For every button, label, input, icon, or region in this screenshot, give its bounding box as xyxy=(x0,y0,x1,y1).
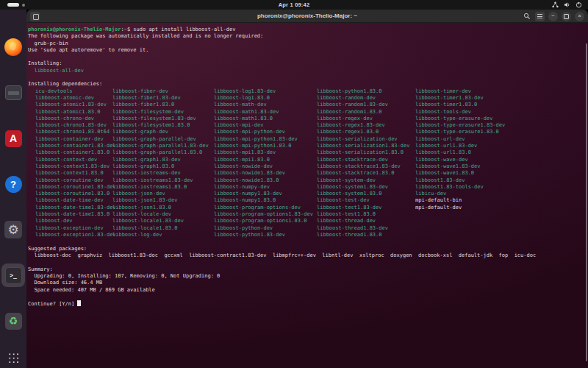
trash-icon: ♻ xyxy=(5,313,22,330)
network-icon xyxy=(552,1,559,8)
package-name: libboost-nowide1.83-dev xyxy=(214,170,313,177)
maximize-button[interactable] xyxy=(562,12,571,21)
package-name: libboost-filesystem-dev xyxy=(112,109,209,116)
package-name: libboost-system-dev xyxy=(317,177,409,184)
search-icon[interactable] xyxy=(522,12,531,21)
package-name: libboost-iostreams-dev xyxy=(112,170,209,177)
summary-download-size: Download size: 46.4 MB xyxy=(28,280,588,286)
workspace-pill-active[interactable] xyxy=(7,3,19,7)
package-name: libboost-locale-dev xyxy=(112,211,209,218)
terminal-output: phoronix@phoronix-Thelio-Major:~$ sudo a… xyxy=(26,23,588,368)
continue-prompt-line: Continue? [Y/n] xyxy=(28,300,588,307)
package-name: libboost-context-dev xyxy=(35,157,116,163)
package-name: libboost-wave1.83-dev xyxy=(415,163,505,170)
package-name: libboost-filesystem1.83-dev xyxy=(112,116,209,122)
firefox-icon xyxy=(4,38,22,56)
package-name: libboost-thread1.83-dev xyxy=(317,225,409,232)
package-name: libboost-iostreams1.83-dev xyxy=(112,177,209,184)
package-name: libboost-container1.83.0 xyxy=(35,149,116,156)
package-name: libboost-thread1.83.0 xyxy=(317,232,409,238)
package-name: libboost-wave1.83.0 xyxy=(415,170,505,177)
window-title: phoronix@phoronix-Thelio-Major: ~ xyxy=(257,13,357,19)
package-name: libboost-tools-dev xyxy=(415,109,505,116)
workspace-indicator[interactable] xyxy=(7,3,25,7)
package-name: libboost-wave-dev xyxy=(415,157,505,163)
summary-space-needed: Space needed: 407 MB / 869 GB available xyxy=(28,287,588,294)
help-icon: ? xyxy=(5,176,22,193)
package-name: libboost-numpy-dev xyxy=(214,184,313,191)
package-name: libboost-regex-dev xyxy=(317,116,409,122)
dock-item-settings[interactable]: ⚙ xyxy=(4,220,23,239)
package-name: libboost-system1.83-dev xyxy=(317,184,409,191)
package-name: libboost-url1.83.0 xyxy=(415,149,505,156)
package-name: libboost-nowide-dev xyxy=(214,163,313,170)
package-name: libboost-locale1.83-dev xyxy=(112,218,209,224)
prompt-line: phoronix@phoronix-Thelio-Major:~$ sudo a… xyxy=(28,26,588,33)
autoremove-package: grub-pc-bin xyxy=(28,40,588,47)
installing-package: libboost-all-dev xyxy=(28,68,588,74)
package-name: libboost-atomic1.83.0 xyxy=(35,109,116,116)
package-name: libboost-program-options-dev xyxy=(214,205,313,211)
package-name: mpi-default-dev xyxy=(415,205,505,211)
dock-item-files[interactable] xyxy=(4,83,23,102)
package-name: libboost-fiber1.83.0 xyxy=(112,102,209,108)
package-name: libboost-graph-dev xyxy=(112,129,209,135)
clock[interactable]: Apr 1 09:42 xyxy=(279,1,310,8)
package-name: libboost-context1.83.0 xyxy=(35,170,116,177)
suggested-packages-line: libboost-doc graphviz libboost1.83-doc g… xyxy=(28,252,588,259)
close-button[interactable]: × xyxy=(575,12,584,21)
package-name: libboost-mpi-python1.83.0 xyxy=(214,143,313,149)
minimize-button[interactable]: − xyxy=(548,12,558,21)
prompt-user: phoronix@phoronix-Thelio-Major xyxy=(28,26,121,32)
package-name: libboost-fiber-dev xyxy=(112,88,209,95)
package-name: libboost-log-dev xyxy=(112,232,209,238)
package-name: libboost-python-dev xyxy=(214,225,313,232)
package-name: libboost-chrono1.83-dev xyxy=(35,122,116,129)
system-tray[interactable] xyxy=(552,0,582,10)
terminal-body[interactable]: phoronix@phoronix-Thelio-Major:~$ sudo a… xyxy=(26,23,588,368)
gnome-top-bar: Apr 1 09:42 xyxy=(0,0,588,10)
tabs-icon[interactable] xyxy=(30,12,40,21)
package-name: libboost-url-dev xyxy=(415,136,505,143)
package-name: libboost-json1.83.0 xyxy=(112,205,209,211)
package-name: libboost-atomic1.83-dev xyxy=(35,102,116,108)
package-name: libboost-math1.83-dev xyxy=(214,109,313,116)
dependency-grid: icu-devtoolslibboost-atomic-devlibboost-… xyxy=(28,88,588,239)
package-name: libboost-random1.83-dev xyxy=(317,102,409,108)
package-name: icu-devtools xyxy=(35,88,116,95)
dependency-column: libboost-python1.83.0libboost-random-dev… xyxy=(317,88,409,239)
dock-item-help[interactable]: ? xyxy=(4,174,23,194)
package-name: libboost-container1.83-dev xyxy=(35,143,116,149)
show-applications-button[interactable] xyxy=(7,352,19,364)
package-name: libboost-random1.83.0 xyxy=(317,109,409,116)
suggested-label: Suggested packages: xyxy=(28,246,588,252)
text-cursor xyxy=(77,300,80,306)
workspace-dot[interactable] xyxy=(22,4,25,7)
package-name: libboost-serialization-dev xyxy=(317,136,409,143)
package-name: libboost-date-time1.83.0 xyxy=(35,211,116,218)
package-name: libboost-graph1.83.0 xyxy=(112,163,209,170)
package-name: libboost-mpi-python-dev xyxy=(214,129,313,135)
package-name: libboost-system1.83.0 xyxy=(317,191,409,197)
dock-item-firefox[interactable] xyxy=(4,38,23,57)
dependencies-label: Installing dependencies: xyxy=(28,81,588,88)
dock-item-a-app[interactable]: A xyxy=(4,129,23,148)
terminal-titlebar[interactable]: phoronix@phoronix-Thelio-Major: ~ − × xyxy=(26,10,588,23)
menu-icon[interactable] xyxy=(535,12,545,21)
desktop: Apr 1 09:42 A ? ⚙ >_ ♻ phoronix@phoronix… xyxy=(0,0,588,368)
package-name: libboost-date-time1.83-dev xyxy=(35,205,116,211)
package-name: libboost-serialization1.83.0 xyxy=(317,149,409,156)
package-name: libboost-chrono-dev xyxy=(35,116,116,122)
terminal-scrollbar[interactable] xyxy=(586,43,587,361)
package-name: libboost-thread-dev xyxy=(317,218,409,224)
dock-item-terminal[interactable]: >_ xyxy=(4,266,23,285)
package-name: libboost-atomic-dev xyxy=(35,95,116,102)
package-name: libboost-stacktrace-dev xyxy=(317,157,409,163)
package-name: libboost-random-dev xyxy=(317,95,409,102)
package-name: libboost-container-dev xyxy=(35,136,116,143)
dock-item-trash[interactable]: ♻ xyxy=(4,311,23,330)
package-name: libboost-math-dev xyxy=(214,102,313,108)
package-name: libboost-stacktrace1.83.0 xyxy=(317,170,409,177)
package-name: libboost-program-options1.83.0 xyxy=(214,218,313,224)
package-name: libboost-locale1.83.0 xyxy=(112,225,209,232)
